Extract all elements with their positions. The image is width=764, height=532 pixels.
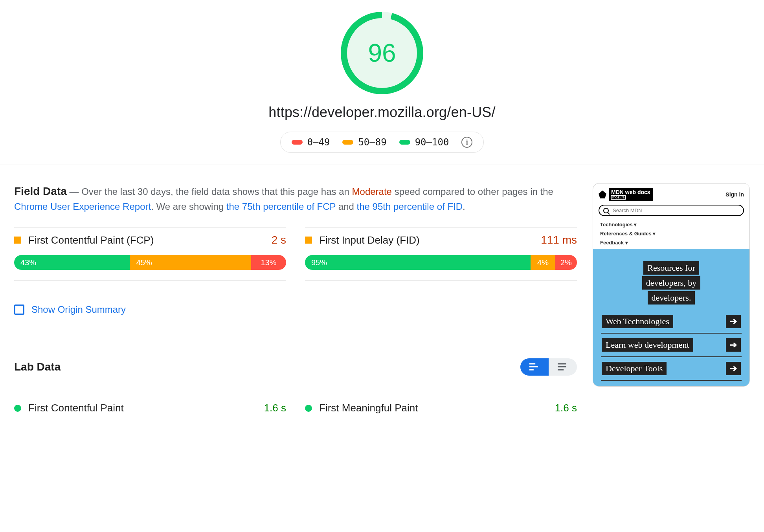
- speed-rating: Moderate: [352, 186, 392, 197]
- preview-nav-item: Feedback ▾: [599, 238, 744, 247]
- score-gauge: 96: [341, 12, 423, 94]
- field-metrics: First Contentful Paint (FCP) 2 s 43% 45%…: [14, 227, 577, 281]
- compact-view-icon: [558, 363, 568, 371]
- search-icon: [603, 208, 609, 213]
- seg-poor: 13%: [251, 255, 286, 270]
- fid-percentile-link[interactable]: the 95th percentile of FID: [357, 201, 463, 212]
- lab-metric-value: 1.6 s: [264, 402, 286, 414]
- svg-rect-4: [558, 366, 566, 367]
- legend-orange: 50–89: [342, 137, 386, 148]
- seg-poor: 2%: [555, 255, 577, 270]
- preview-link-item: Developer Tools➔: [601, 357, 742, 381]
- crux-report-link[interactable]: Chrome User Experience Report: [14, 201, 151, 212]
- show-origin-summary-label: Show Origin Summary: [31, 304, 126, 315]
- arrow-right-icon: ➔: [726, 362, 741, 375]
- seg-needs-improvement: 45%: [130, 255, 251, 270]
- mdn-brand-badge: MDN web docs moz://a: [609, 188, 653, 201]
- legend-red-swatch: [292, 140, 303, 145]
- metric-value: 2 s: [272, 234, 286, 246]
- score-legend: 0–49 50–89 90–100 i: [280, 132, 484, 153]
- legend-red-label: 0–49: [307, 137, 330, 148]
- view-toggle: [520, 358, 577, 376]
- field-data-intro: Field Data — Over the last 30 days, the …: [14, 183, 577, 214]
- seg-good: 43%: [14, 255, 130, 270]
- field-data-title: Field Data: [14, 185, 67, 197]
- svg-rect-2: [529, 369, 534, 370]
- svg-rect-3: [558, 363, 566, 364]
- score-header: 96 https://developer.mozilla.org/en-US/ …: [0, 0, 764, 165]
- lab-data-header: Lab Data: [14, 358, 577, 376]
- fcp-percentile-link[interactable]: the 75th percentile of FCP: [226, 201, 336, 212]
- preview-link-item: Web Technologies➔: [601, 310, 742, 334]
- view-toggle-detailed-button[interactable]: [520, 358, 549, 376]
- metric-name: First Input Delay (FID): [319, 234, 534, 246]
- lab-metric-fmp[interactable]: First Meaningful Paint 1.6 s: [305, 394, 577, 417]
- mdn-logo-icon: [599, 191, 606, 198]
- page-preview-thumbnail: MDN web docs moz://a Sign in Technologie…: [593, 183, 750, 387]
- status-dot-icon: [14, 405, 21, 412]
- lab-metric-name: First Meaningful Paint: [319, 402, 548, 414]
- preview-nav-item: References & Guides ▾: [599, 229, 744, 238]
- distribution-bar: 43% 45% 13%: [14, 255, 286, 270]
- seg-needs-improvement: 4%: [531, 255, 555, 270]
- legend-orange-swatch: [342, 140, 353, 145]
- detailed-view-icon: [529, 363, 540, 371]
- info-icon[interactable]: i: [461, 137, 472, 148]
- checkbox-icon: [14, 305, 24, 315]
- metric-fcp[interactable]: First Contentful Paint (FCP) 2 s 43% 45%…: [14, 227, 286, 281]
- arrow-right-icon: ➔: [726, 315, 741, 328]
- metric-value: 111 ms: [541, 234, 577, 246]
- status-dot-icon: [305, 405, 312, 412]
- lab-metric-fcp[interactable]: First Contentful Paint 1.6 s: [14, 394, 286, 417]
- lab-metric-value: 1.6 s: [555, 402, 577, 414]
- show-origin-summary-checkbox[interactable]: Show Origin Summary: [14, 304, 577, 315]
- svg-rect-0: [529, 363, 535, 364]
- lab-metrics: First Contentful Paint 1.6 s First Meani…: [14, 394, 577, 417]
- metric-name: First Contentful Paint (FCP): [28, 234, 264, 246]
- lab-metric-name: First Contentful Paint: [28, 402, 257, 414]
- status-square-icon: [14, 237, 21, 244]
- svg-rect-5: [558, 369, 564, 370]
- status-square-icon: [305, 237, 312, 244]
- preview-search: [599, 205, 744, 216]
- legend-orange-label: 50–89: [358, 137, 386, 148]
- preview-nav-item: Technologies ▾: [599, 220, 744, 229]
- lab-data-title: Lab Data: [14, 361, 61, 373]
- arrow-right-icon: ➔: [726, 338, 741, 352]
- legend-green: 90–100: [399, 137, 449, 148]
- distribution-bar: 95% 4% 2%: [305, 255, 577, 270]
- legend-red: 0–49: [292, 137, 330, 148]
- preview-link-item: Learn web development➔: [601, 334, 742, 357]
- preview-signin: Sign in: [725, 191, 744, 198]
- view-toggle-compact-button[interactable]: [549, 358, 577, 376]
- tested-url: https://developer.mozilla.org/en-US/: [0, 104, 764, 121]
- seg-good: 95%: [305, 255, 531, 270]
- metric-fid[interactable]: First Input Delay (FID) 111 ms 95% 4% 2%: [305, 227, 577, 281]
- legend-green-swatch: [399, 140, 410, 145]
- preview-search-input: [612, 207, 739, 214]
- preview-hero: Resources for developers, by developers.…: [593, 249, 749, 386]
- score-value: 96: [347, 18, 417, 88]
- legend-green-label: 90–100: [415, 137, 449, 148]
- svg-rect-1: [529, 366, 538, 367]
